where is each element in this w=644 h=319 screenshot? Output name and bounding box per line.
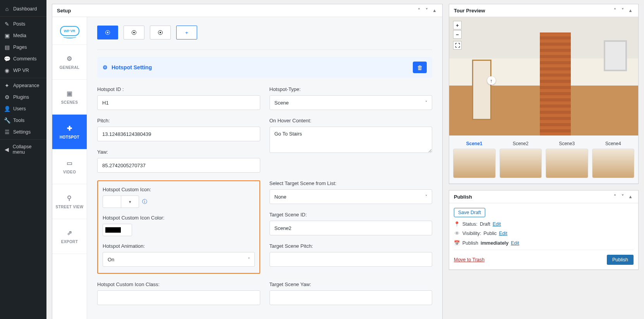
users-icon: 👤 xyxy=(4,106,10,112)
nav-label: Media xyxy=(13,33,26,38)
edit-schedule-link[interactable]: Edit xyxy=(511,240,519,246)
hover-textarea[interactable]: Go To Stairs xyxy=(270,127,433,153)
yaw-input[interactable] xyxy=(97,158,260,173)
select-target-label: Select Target Scene from List: xyxy=(270,180,433,186)
nav-collapse[interactable]: ◀Collapse menu xyxy=(0,141,46,158)
field-hover-content: On Hover Content: Go To Stairs xyxy=(270,118,433,173)
tab-export[interactable]: ⇗EXPORT xyxy=(52,219,87,254)
color-swatch-button[interactable] xyxy=(103,224,132,236)
target-pitch-input[interactable] xyxy=(270,252,433,267)
save-draft-button[interactable]: Save Draft xyxy=(454,208,485,217)
edit-visibility-link[interactable]: Edit xyxy=(499,231,507,236)
hotspot-select-3[interactable] xyxy=(150,26,171,39)
panel-up-icon[interactable]: ˄ xyxy=(416,7,422,14)
nav-label: Dashboard xyxy=(13,6,37,12)
animation-select[interactable] xyxy=(103,252,255,267)
tab-video[interactable]: ▭VIDEO xyxy=(52,149,87,184)
nav-label: Posts xyxy=(13,21,25,27)
hotspot-id-input[interactable] xyxy=(97,95,260,110)
visibility-row: 👁 Visibility: Public Edit xyxy=(454,231,634,236)
field-hotspot-animation: Hotspot Animation: ˅ xyxy=(103,243,255,267)
hotspot-type-select[interactable] xyxy=(270,95,433,110)
target-id-input[interactable] xyxy=(270,221,433,235)
scene-name: Scene1 xyxy=(453,141,496,146)
tour-preview-panel: Tour Preview ˄ ˅ ▴ + − xyxy=(449,4,639,184)
panel-up-icon[interactable]: ˄ xyxy=(612,7,618,14)
scene-card-3[interactable]: Scene3 xyxy=(546,141,588,178)
nav-dashboard[interactable]: ⌂Dashboard xyxy=(0,3,46,15)
tab-streetview[interactable]: ⚲STREET VIEW xyxy=(52,184,87,219)
tab-hotspot[interactable]: ✚HOTSPOT xyxy=(52,115,87,149)
zoom-in-button[interactable]: + xyxy=(453,21,462,29)
panel-up-icon[interactable]: ˄ xyxy=(612,194,618,200)
custom-class-input[interactable] xyxy=(97,290,260,305)
nav-tools[interactable]: 🔧Tools xyxy=(0,115,46,126)
info-icon[interactable]: ⓘ xyxy=(142,198,147,205)
field-target-id: Target Scene ID: xyxy=(270,212,433,235)
scene-card-2[interactable]: Scene2 xyxy=(500,141,542,178)
tab-scenes[interactable]: ▣SCENES xyxy=(52,80,87,115)
status-label: Status: xyxy=(462,221,477,227)
nav-plugins[interactable]: ⚙Plugins xyxy=(0,91,46,103)
scene-thumb xyxy=(546,149,588,178)
hotspot-nav-pin[interactable]: ↑ xyxy=(487,76,496,85)
publish-footer: Move to Trash Publish xyxy=(454,250,634,265)
preview-panel-header: Tour Preview ˄ ˅ ▴ xyxy=(449,4,638,17)
panel-toggle-icon[interactable]: ▴ xyxy=(627,7,634,14)
hotspot-select-2[interactable] xyxy=(124,26,144,39)
field-target-pitch: Target Scene Pitch: xyxy=(270,243,433,267)
nav-media[interactable]: ▣Media xyxy=(0,30,46,41)
pin-icon: 📍 xyxy=(454,221,460,227)
panel-controls: ˄ ˅ ▴ xyxy=(416,7,438,14)
tab-general[interactable]: ⚙GENERAL xyxy=(52,45,87,80)
edit-status-link[interactable]: Edit xyxy=(493,221,501,227)
pitch-input[interactable] xyxy=(97,127,260,141)
panel-down-icon[interactable]: ˅ xyxy=(620,7,626,14)
icon-dropdown-button[interactable]: ▾ xyxy=(121,196,139,208)
fullscreen-button[interactable]: ⛶ xyxy=(453,41,462,50)
hotspot-select-1[interactable] xyxy=(97,26,118,39)
hotspot-dot-icon xyxy=(158,30,163,35)
nav-users[interactable]: 👤Users xyxy=(0,103,46,115)
nav-settings[interactable]: ☰Settings xyxy=(0,126,46,138)
nav-wpvr[interactable]: ◉WP VR xyxy=(0,65,46,76)
nav-label: Appearance xyxy=(13,83,39,88)
plugins-icon: ⚙ xyxy=(4,94,10,100)
panel-down-icon[interactable]: ˅ xyxy=(424,7,430,14)
delete-hotspot-button[interactable]: 🗑 xyxy=(413,62,427,73)
target-yaw-input[interactable] xyxy=(270,290,433,305)
tab-label: SCENES xyxy=(61,100,78,105)
animation-label: Hotspot Animation: xyxy=(103,243,255,249)
publish-button[interactable]: Publish xyxy=(607,255,634,265)
wp-admin-sidebar: ⌂Dashboard ✎Posts ▣Media ▤Pages 💬Comment… xyxy=(0,0,46,319)
wpvr-icon: ◉ xyxy=(4,67,10,74)
panel-toggle-icon[interactable]: ▴ xyxy=(431,7,438,14)
nav-comments[interactable]: 💬Comments xyxy=(0,53,46,65)
status-row: 📍 Status: Draft Edit xyxy=(454,221,634,227)
nav-posts[interactable]: ✎Posts xyxy=(0,18,46,30)
status-value: Draft xyxy=(480,221,490,227)
nav-appearance[interactable]: ✦Appearance xyxy=(0,80,46,91)
hotspot-add-button[interactable]: + xyxy=(176,26,197,39)
arrow-up-icon: ↑ xyxy=(490,78,493,84)
panorama-viewport[interactable]: + − ⛶ ↑ xyxy=(449,17,638,135)
select-target-select[interactable] xyxy=(270,189,433,204)
panel-toggle-icon[interactable]: ▴ xyxy=(627,194,634,200)
nav-label: Collapse menu xyxy=(13,144,43,155)
zoom-out-button[interactable]: − xyxy=(453,30,462,39)
wpvr-logo-cell: WP VR xyxy=(52,17,87,45)
hotspot-dot-icon xyxy=(105,30,110,35)
tools-icon: 🔧 xyxy=(4,117,10,123)
gear-icon: ⚙ xyxy=(103,64,108,70)
move-to-trash-link[interactable]: Move to Trash xyxy=(454,257,484,262)
custom-icon-picker: ▾ ⓘ xyxy=(103,196,255,208)
pitch-label: Pitch: xyxy=(97,118,260,123)
door-left xyxy=(472,60,491,120)
field-custom-icon: Hotspot Custom Icon: ▾ ⓘ xyxy=(103,187,255,208)
scene-card-4[interactable]: Scene4 xyxy=(592,141,635,178)
scene-card-1[interactable]: Scene1 xyxy=(453,141,496,178)
custom-class-label: Hotspot Custom Icon Class: xyxy=(97,281,260,287)
nav-pages[interactable]: ▤Pages xyxy=(0,41,46,53)
eye-icon: 👁 xyxy=(454,231,460,236)
panel-down-icon[interactable]: ˅ xyxy=(620,194,626,200)
